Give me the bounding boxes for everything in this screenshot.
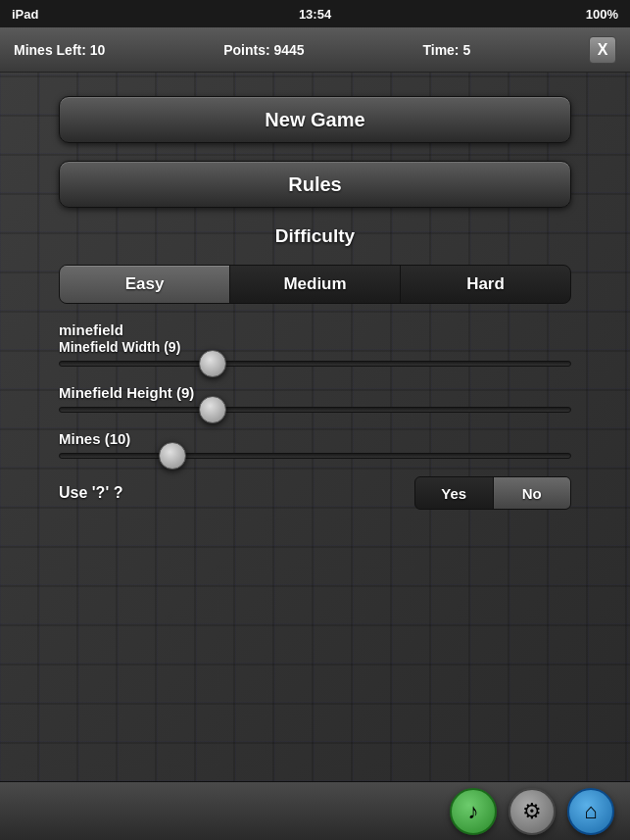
no-button[interactable]: No: [494, 477, 571, 509]
mines-slider-row: Mines (10): [59, 430, 571, 459]
status-bar: iPad 13:54 100%: [0, 0, 630, 27]
difficulty-medium-button[interactable]: Medium: [230, 266, 401, 303]
difficulty-label: Difficulty: [59, 225, 571, 247]
home-button[interactable]: ⌂: [567, 788, 614, 835]
width-slider-thumb[interactable]: [199, 350, 226, 377]
mines-label: Mines (10): [59, 430, 571, 447]
close-button[interactable]: X: [589, 36, 616, 64]
settings-button[interactable]: ⚙: [509, 788, 556, 835]
game-header: Mines Left: 10 Points: 9445 Time: 5 X: [0, 27, 630, 73]
music-icon: ♪: [468, 799, 479, 824]
height-slider-row: Minefield Height (9): [59, 384, 571, 413]
difficulty-control: Easy Medium Hard: [59, 265, 571, 304]
battery-label: 100%: [586, 7, 618, 22]
height-label: Minefield Height (9): [59, 384, 571, 401]
bottom-toolbar: ♪ ⚙ ⌂: [0, 781, 630, 840]
yes-button[interactable]: Yes: [415, 477, 494, 509]
width-label: Minefield Width (9): [59, 339, 180, 355]
new-game-button[interactable]: New Game: [59, 96, 571, 143]
carrier-label: iPad: [12, 7, 38, 22]
points-label: Points: 9445: [223, 42, 304, 58]
time-label: 13:54: [299, 7, 331, 22]
use-question-label: Use '?' ?: [59, 484, 122, 502]
home-icon: ⌂: [584, 799, 597, 824]
minefield-title: minefield: [59, 321, 123, 338]
mines-slider-track[interactable]: [59, 453, 571, 459]
mines-slider-thumb[interactable]: [159, 442, 186, 469]
height-slider-thumb[interactable]: [199, 396, 226, 423]
difficulty-easy-button[interactable]: Easy: [60, 266, 230, 303]
mines-left-label: Mines Left: 10: [14, 42, 105, 58]
yes-no-control: Yes No: [414, 476, 571, 510]
use-question-row: Use '?' ? Yes No: [59, 476, 571, 510]
rules-button[interactable]: Rules: [59, 161, 571, 208]
main-content: New Game Rules Difficulty Easy Medium Ha…: [0, 73, 630, 781]
music-button[interactable]: ♪: [450, 788, 497, 835]
width-slider-row: minefield Minefield Width (9): [59, 321, 571, 367]
settings-icon: ⚙: [522, 799, 542, 824]
time-label: Time: 5: [422, 42, 470, 58]
width-slider-track[interactable]: [59, 361, 571, 367]
difficulty-hard-button[interactable]: Hard: [401, 266, 570, 303]
height-slider-track[interactable]: [59, 407, 571, 413]
